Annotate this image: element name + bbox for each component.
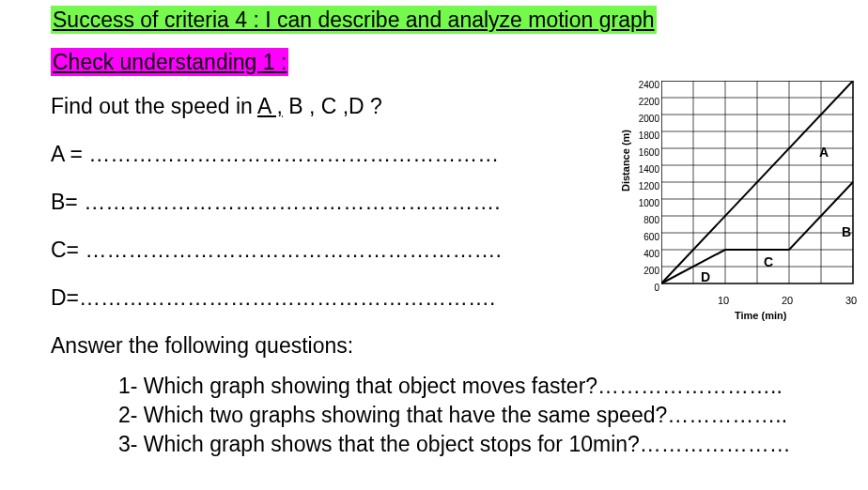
check-understanding-heading: Check understanding 1 :	[51, 48, 288, 76]
series-label-B: B	[842, 224, 851, 239]
chart-x-axis-label: Time (min)	[735, 310, 786, 321]
success-criteria-title: Success of criteria 4 : I can describe a…	[51, 6, 657, 34]
chart-y-axis-label: Distance (m)	[620, 130, 631, 191]
question-1[interactable]: 1- Which graph showing that object moves…	[118, 372, 834, 401]
prompt-pre: Find out the speed in	[51, 94, 257, 118]
chart-y-ticks: 2400 2200 2000 1800 1600 1400 1200 1000 …	[631, 77, 659, 297]
series-label-D: D	[701, 269, 710, 284]
distance-time-chart: Distance (m) Time (min) 2400 2200 2000 1…	[622, 75, 864, 321]
series-label-A: A	[819, 145, 829, 160]
worksheet-page: Success of criteria 4 : I can describe a…	[0, 0, 868, 490]
series-label-C: C	[764, 254, 773, 269]
question-2[interactable]: 2- Which two graphs showing that have th…	[118, 401, 834, 430]
prompt-a-underlined: A ,	[257, 94, 283, 118]
prompt-rest: B , C ,D ?	[283, 94, 382, 118]
question-list: 1- Which graph showing that object moves…	[51, 372, 834, 459]
followup-heading: Answer the following questions:	[51, 333, 834, 359]
question-3[interactable]: 3- Which graph shows that the object sto…	[118, 430, 834, 459]
chart-svg	[661, 81, 859, 293]
